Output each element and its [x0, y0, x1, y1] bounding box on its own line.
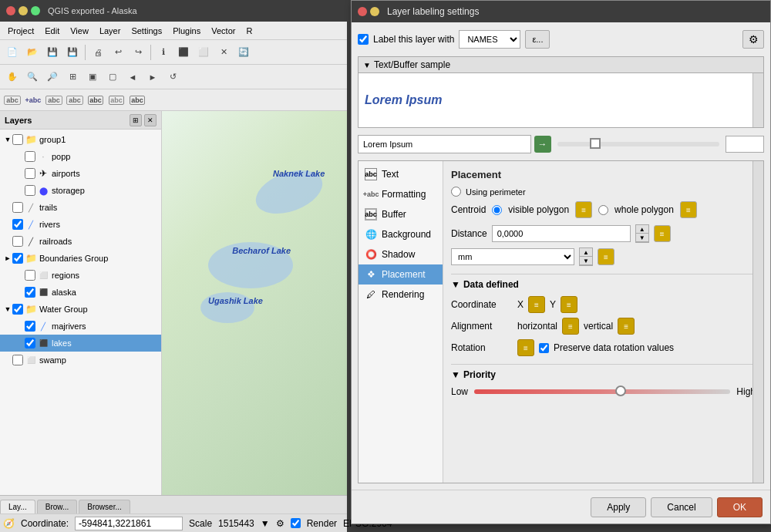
layer-checkbox-trails[interactable] [12, 202, 23, 213]
layer-checkbox-alaska[interactable] [25, 287, 35, 298]
deselect-btn[interactable]: ✕ [214, 43, 233, 62]
layers-close-btn[interactable]: ✕ [144, 114, 157, 126]
layers-expand-btn[interactable]: ⊞ [130, 114, 142, 126]
identify-btn[interactable]: ℹ [154, 43, 173, 62]
data-defined-header[interactable]: ▼ Data defined [451, 279, 756, 290]
tab-browser1[interactable]: Brow... [37, 500, 78, 513]
priority-thumb[interactable] [615, 386, 626, 396]
save-project-btn[interactable]: 💾 [43, 43, 62, 62]
layer-lakes[interactable]: ⬛ lakes [0, 335, 161, 352]
label-tool-3[interactable]: abc [45, 91, 63, 109]
scale-dropdown-icon[interactable]: ▼ [261, 518, 270, 529]
invert-btn[interactable]: 🔄 [234, 43, 253, 62]
layer-checkbox-popp[interactable] [25, 151, 35, 162]
zoom-layer-btn[interactable]: ▣ [83, 68, 102, 86]
refresh-btn[interactable]: ↺ [163, 68, 182, 86]
new-project-btn[interactable]: 📄 [3, 43, 22, 62]
render-checkbox[interactable] [291, 518, 301, 528]
menu-vector[interactable]: Vector [207, 25, 240, 37]
unit-up-btn[interactable]: ▲ [580, 248, 592, 257]
distance-input[interactable] [492, 225, 631, 242]
nav-buffer[interactable]: abc Buffer [359, 204, 443, 224]
layer-group1[interactable]: ▼ 📁 group1 [0, 131, 161, 148]
cancel-button[interactable]: Cancel [651, 497, 712, 517]
nav-rendering[interactable]: 🖊 Rendering [359, 285, 443, 305]
menu-raster[interactable]: R [241, 25, 257, 37]
tab-layers[interactable]: Lay... [0, 500, 35, 513]
zoom-selected-btn[interactable]: ▢ [103, 68, 122, 86]
label-tool-7[interactable]: abc [128, 91, 146, 109]
zoom-prev-btn[interactable]: ◄ [123, 68, 142, 86]
sample-slider[interactable] [557, 142, 720, 146]
priority-header[interactable]: ▼ Priority [451, 369, 756, 380]
layer-storagep[interactable]: ⬤ storagep [0, 182, 161, 199]
select-btn[interactable]: ⬛ [174, 43, 193, 62]
label-tool-2[interactable]: +abc [24, 91, 42, 109]
layer-checkbox-group1[interactable] [12, 134, 23, 145]
tab-browser2[interactable]: Browser... [79, 500, 130, 513]
layer-checkbox-swamp[interactable] [12, 355, 23, 365]
zoom-full-btn[interactable]: ⊞ [63, 68, 82, 86]
menu-settings[interactable]: Settings [126, 25, 167, 37]
whole-polygon-radio[interactable] [598, 205, 608, 215]
undo-btn[interactable]: ↩ [109, 43, 127, 62]
layer-swamp[interactable]: ⬜ swamp [0, 352, 161, 369]
distance-field-icon[interactable]: ≡ [654, 225, 671, 242]
layer-trails[interactable]: ╱ trails [0, 199, 161, 216]
save-as-btn[interactable]: 💾 [63, 43, 82, 62]
zoom-in-btn[interactable]: 🔍 [23, 68, 42, 86]
menu-edit[interactable]: Edit [40, 25, 64, 37]
label-tool-6[interactable]: abc [107, 91, 126, 109]
slider-thumb[interactable] [590, 138, 601, 149]
layer-checkbox-storagep[interactable] [25, 185, 35, 196]
layer-alaska[interactable]: ⬛ alaska [0, 284, 161, 301]
layer-checkbox-rivers[interactable] [12, 219, 23, 230]
nav-text[interactable]: abc Text [359, 164, 443, 184]
refresh-icon[interactable]: ⚙ [276, 518, 284, 529]
layer-railroads[interactable]: ╱ railroads [0, 233, 161, 250]
select2-btn[interactable]: ⬜ [194, 43, 213, 62]
layer-popp[interactable]: · popp [0, 148, 161, 165]
layer-regions[interactable]: ⬜ regions [0, 267, 161, 284]
apply-button[interactable]: Apply [591, 497, 646, 517]
content-scrollbar[interactable] [752, 161, 763, 483]
text-arrow-btn[interactable]: → [534, 136, 551, 153]
coordinate-input[interactable] [75, 517, 183, 530]
unit-down-btn[interactable]: ▼ [580, 257, 592, 265]
visible-polygon-field-icon[interactable]: ≡ [575, 201, 592, 218]
layer-boundaries-group[interactable]: ► 📁 Boundaries Group [0, 250, 161, 267]
layer-checkbox-majrivers[interactable] [25, 321, 35, 332]
nav-formatting[interactable]: +abc Formatting [359, 184, 443, 204]
pan-btn[interactable]: ✋ [3, 68, 22, 86]
label-tool-5[interactable]: abc [86, 91, 105, 109]
visible-polygon-radio[interactable] [492, 205, 502, 215]
menu-view[interactable]: View [66, 25, 93, 37]
menu-project[interactable]: Project [3, 25, 39, 37]
distance-up-btn[interactable]: ▲ [636, 225, 648, 234]
preserve-rotation-checkbox[interactable] [539, 343, 549, 353]
rotation-btn[interactable]: ≡ [517, 339, 534, 356]
layer-checkbox-airports[interactable] [25, 168, 35, 179]
layer-airports[interactable]: ✈ airports [0, 165, 161, 182]
layer-checkbox-lakes[interactable] [25, 338, 35, 348]
dialog-minimize-btn[interactable] [370, 7, 379, 16]
epsilon-btn[interactable]: ε... [525, 30, 550, 49]
layer-rivers[interactable]: ╱ rivers [0, 216, 161, 233]
dialog-close-btn[interactable] [358, 7, 367, 16]
zoom-out-btn[interactable]: 🔎 [43, 68, 62, 86]
nav-shadow[interactable]: ⭕ Shadow [359, 244, 443, 264]
whole-polygon-field-icon[interactable]: ≡ [680, 201, 697, 218]
layer-checkbox-railroads[interactable] [12, 236, 23, 247]
nav-placement[interactable]: ❖ Placement [359, 264, 443, 285]
ok-button[interactable]: OK [717, 497, 763, 517]
zoom-next-btn[interactable]: ► [143, 68, 162, 86]
menu-plugins[interactable]: Plugins [168, 25, 205, 37]
sample-text-input[interactable] [358, 135, 531, 153]
sample-scrollbar[interactable] [752, 73, 763, 127]
label-field-dropdown[interactable]: NAMES [459, 30, 520, 49]
maximize-btn[interactable] [31, 6, 40, 15]
using-perimeter-radio[interactable] [451, 187, 461, 197]
unit-field-icon[interactable]: ≡ [598, 248, 614, 265]
layer-water-group[interactable]: ▼ 📁 Water Group [0, 301, 161, 318]
label-tool-4[interactable]: abc [66, 91, 84, 109]
